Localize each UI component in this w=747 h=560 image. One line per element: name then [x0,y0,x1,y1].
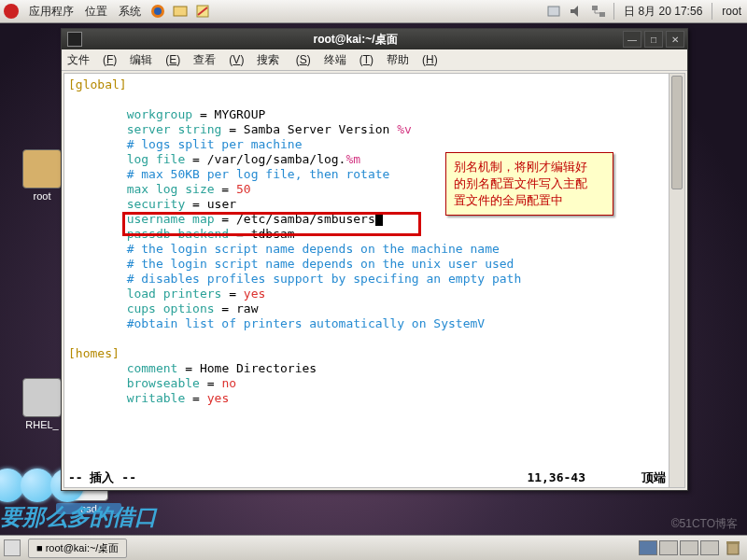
terminal-scrollbar[interactable] [669,74,684,487]
annotation-highlight-box [122,212,421,236]
svg-rect-2 [174,7,187,16]
svg-rect-8 [727,543,739,554]
menu-terminal[interactable]: 终端(T) [324,52,374,68]
workspace-4[interactable] [700,540,719,555]
vim-position: 11,36-43 [527,470,585,485]
show-desktop-button[interactable] [4,539,21,556]
window-title: root@kai:~/桌面 [88,32,623,48]
workspace-3[interactable] [680,540,698,555]
wallpaper-text: 要那么多的借口 [0,502,157,532]
taskbar-entry-terminal[interactable]: ■ root@kai:~/桌面 [28,539,127,558]
svg-point-1 [154,7,162,15]
svg-marker-5 [571,6,578,17]
notes-icon[interactable] [194,3,211,20]
watermark: ©51CTO博客 [671,516,738,532]
vim-mode: -- 插入 -- [68,470,136,485]
mail-icon[interactable] [172,3,189,20]
workspace-2[interactable] [659,540,678,555]
svg-rect-6 [592,6,598,10]
workspace-1[interactable] [639,540,657,555]
trash-icon[interactable] [725,539,741,556]
clock[interactable]: 日 8月 20 17:56 [618,4,708,20]
scrollbar-thumb[interactable] [671,76,683,189]
volume-icon[interactable] [568,3,585,20]
minimize-button[interactable]: — [623,31,641,48]
distro-logo-icon [4,4,19,19]
terminal-window: root@kai:~/桌面 — □ ✕ 文件(F) 编辑(E) 查看(V) 搜索… [61,28,688,491]
svg-rect-9 [726,541,740,544]
gnome-bottom-panel: ■ root@kai:~/桌面 [0,535,747,560]
user-menu[interactable]: root [716,5,747,18]
menu-places[interactable]: 位置 [79,4,113,20]
svg-rect-4 [548,7,559,16]
menu-view[interactable]: 查看(V) [193,52,244,68]
workspace-switcher[interactable] [637,540,719,555]
terminal-icon [67,32,82,47]
menu-applications[interactable]: 应用程序 [23,4,79,20]
menu-help[interactable]: 帮助(H) [387,52,438,68]
menu-edit[interactable]: 编辑(E) [130,52,180,68]
network-icon[interactable] [590,3,607,20]
firefox-icon[interactable] [149,3,166,20]
annotation-callout: 别名机制，将刚才编辑好 的别名配置文件写入主配 置文件的全局配置中 [445,152,613,216]
menu-file[interactable]: 文件(F) [67,52,117,68]
window-titlebar[interactable]: root@kai:~/桌面 — □ ✕ [62,29,687,49]
menu-system[interactable]: 系统 [113,4,147,20]
vim-percent: 顶端 [641,470,666,485]
terminal-menubar: 文件(F) 编辑(E) 查看(V) 搜索 (S) 终端(T) 帮助(H) [62,49,687,71]
terminal-output[interactable]: [global] workgroup = MYGROUP server stri… [64,74,684,487]
device-icon[interactable] [545,3,562,20]
maximize-button[interactable]: □ [644,31,663,48]
menu-search[interactable]: 搜索 (S) [257,52,310,68]
close-button[interactable]: ✕ [666,31,684,48]
gnome-top-panel: 应用程序 位置 系统 日 8月 20 17:56 root [0,0,747,23]
